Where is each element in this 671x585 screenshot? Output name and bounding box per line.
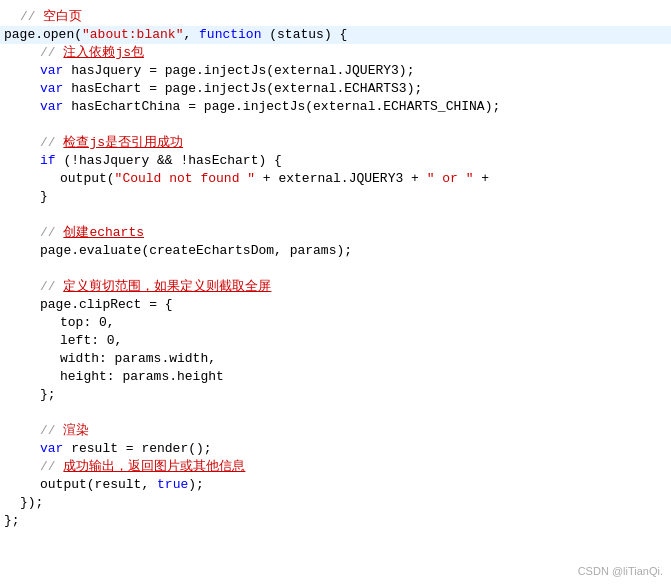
code-line: // 检查js是否引用成功	[0, 134, 671, 152]
string-val: "Could not found "	[115, 170, 255, 188]
code-line: width: params.width,	[0, 350, 671, 368]
comment: //	[40, 134, 63, 152]
code-line: var result = render();	[0, 440, 671, 458]
code-line-blank	[0, 260, 671, 278]
keyword: var	[40, 80, 63, 98]
code-line: left: 0,	[0, 332, 671, 350]
string-val: "about:blank"	[82, 26, 183, 44]
keyword: true	[157, 476, 188, 494]
code-text: hasEchartChina = page.injectJs(external.…	[63, 98, 500, 116]
code-text: );	[188, 476, 204, 494]
code-line: // 创建echarts	[0, 224, 671, 242]
code-text: };	[4, 512, 20, 530]
code-line: // 注入依赖js包	[0, 44, 671, 62]
code-text: output(result,	[40, 476, 157, 494]
code-text: ,	[183, 26, 199, 44]
code-line: height: params.height	[0, 368, 671, 386]
code-line: // 空白页	[0, 8, 671, 26]
code-text: page.evaluate(createEchartsDom, params);	[40, 242, 352, 260]
code-text: };	[40, 386, 56, 404]
chinese-comment: 空白页	[43, 8, 82, 26]
code-line: var hasEchart = page.injectJs(external.E…	[0, 80, 671, 98]
keyword: var	[40, 440, 63, 458]
code-text: (status) {	[261, 26, 347, 44]
code-text: hasJquery = page.injectJs(external.JQUER…	[63, 62, 414, 80]
code-line: // 渲染	[0, 422, 671, 440]
code-line: }	[0, 188, 671, 206]
comment: //	[40, 458, 63, 476]
comment: //	[40, 278, 63, 296]
code-line: page.evaluate(createEchartsDom, params);	[0, 242, 671, 260]
code-text: left: 0,	[60, 332, 122, 350]
code-text: page.clipRect = {	[40, 296, 173, 314]
code-line: top: 0,	[0, 314, 671, 332]
code-text: }	[40, 188, 48, 206]
keyword: var	[40, 62, 63, 80]
chinese-comment: 注入依赖js包	[63, 44, 144, 62]
code-text: page.open(	[4, 26, 82, 44]
comment: //	[40, 44, 63, 62]
chinese-comment: 成功输出，返回图片或其他信息	[63, 458, 245, 476]
chinese-comment: 创建echarts	[63, 224, 144, 242]
code-line: });	[0, 494, 671, 512]
code-line: page.clipRect = {	[0, 296, 671, 314]
code-container: // 空白页 page.open("about:blank", function…	[0, 0, 671, 585]
keyword: var	[40, 98, 63, 116]
keyword: function	[199, 26, 261, 44]
code-text: +	[474, 170, 490, 188]
watermark: CSDN @liTianQi.	[578, 565, 663, 577]
code-line: // 成功输出，返回图片或其他信息	[0, 458, 671, 476]
keyword: if	[40, 152, 56, 170]
code-line: // 定义剪切范围，如果定义则截取全屏	[0, 278, 671, 296]
code-line: var hasEchartChina = page.injectJs(exter…	[0, 98, 671, 116]
code-line: };	[0, 386, 671, 404]
code-text: width: params.width,	[60, 350, 216, 368]
code-line-blank	[0, 206, 671, 224]
comment: //	[40, 224, 63, 242]
string-val: " or "	[427, 170, 474, 188]
comment: //	[20, 8, 43, 26]
code-line-blank	[0, 116, 671, 134]
chinese-comment: 定义剪切范围，如果定义则截取全屏	[63, 278, 271, 296]
code-line-blank	[0, 404, 671, 422]
code-text: height: params.height	[60, 368, 224, 386]
chinese-comment: 检查js是否引用成功	[63, 134, 183, 152]
code-text: result = render();	[63, 440, 211, 458]
comment: //	[40, 422, 63, 440]
code-text: (!hasJquery && !hasEchart) {	[56, 152, 282, 170]
code-line: var hasJquery = page.injectJs(external.J…	[0, 62, 671, 80]
code-line: };	[0, 512, 671, 530]
code-line: output(result, true);	[0, 476, 671, 494]
code-text: top: 0,	[60, 314, 115, 332]
chinese-comment: 渲染	[63, 422, 89, 440]
code-line: if (!hasJquery && !hasEchart) {	[0, 152, 671, 170]
code-line: output("Could not found " + external.JQU…	[0, 170, 671, 188]
code-line-highlighted: page.open("about:blank", function (statu…	[0, 26, 671, 44]
code-text: hasEchart = page.injectJs(external.ECHAR…	[63, 80, 422, 98]
code-text: });	[20, 494, 43, 512]
code-text: + external.JQUERY3 +	[255, 170, 427, 188]
code-text: output(	[60, 170, 115, 188]
